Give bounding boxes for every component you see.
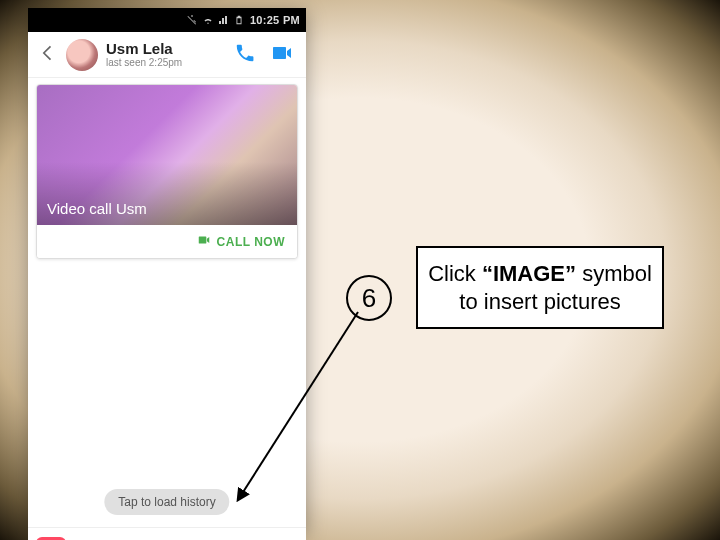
contact-info[interactable]: Usm Lela last seen 2:25pm <box>106 41 234 69</box>
back-button[interactable] <box>34 39 66 71</box>
chat-header: Usm Lela last seen 2:25pm <box>28 32 306 78</box>
contact-name: Usm Lela <box>106 41 234 58</box>
instruction-pre: Click <box>428 261 482 286</box>
android-status-bar: 10:25 PM <box>28 8 306 32</box>
video-call-button[interactable] <box>270 41 294 69</box>
step-number: 6 <box>362 283 376 314</box>
video-call-prompt-card: Video call Usm CALL NOW <box>36 84 298 259</box>
wifi-icon <box>202 14 214 26</box>
status-clock: 10:25 PM <box>250 14 300 26</box>
message-input[interactable]: Your message <box>74 536 230 540</box>
video-call-caption: Video call Usm <box>47 200 147 217</box>
load-history-label: Tap to load history <box>118 495 215 509</box>
call-now-label: CALL NOW <box>217 235 285 249</box>
instruction-emph: “IMAGE” <box>482 261 576 286</box>
pointer-arrow <box>228 310 368 510</box>
voice-call-button[interactable] <box>234 42 256 68</box>
video-icon <box>197 233 211 250</box>
instruction-callout: Click “IMAGE” symbol to insert pictures <box>416 246 664 329</box>
last-seen-label: last seen 2:25pm <box>106 57 234 68</box>
battery-icon <box>234 14 246 26</box>
call-now-button[interactable]: CALL NOW <box>37 225 297 258</box>
mute-icon <box>186 14 198 26</box>
message-input-bar: Your message <box>28 527 306 540</box>
contact-photo-large: Video call Usm <box>37 85 297 225</box>
contact-avatar[interactable] <box>66 39 98 71</box>
load-history-button[interactable]: Tap to load history <box>104 489 229 515</box>
signal-icon <box>218 14 230 26</box>
